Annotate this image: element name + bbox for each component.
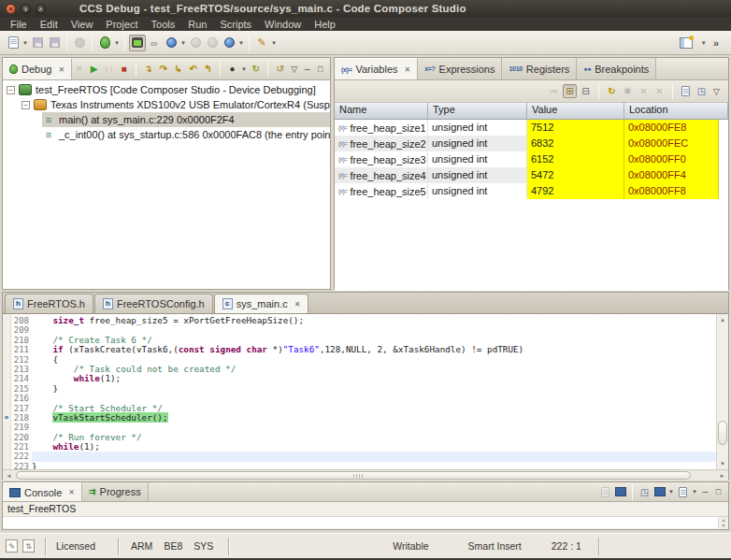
- code-line[interactable]: [32, 452, 728, 461]
- variable-location-cell[interactable]: 0x08000FEC: [624, 136, 719, 151]
- perspective-overflow-icon[interactable]: »: [713, 37, 719, 49]
- close-window-icon[interactable]: ✕: [6, 4, 16, 14]
- column-header-value[interactable]: Value: [527, 103, 624, 120]
- debug-tree-node[interactable]: ≡_c_int00() at sys_startup.c:586 0x0000F…: [42, 127, 330, 142]
- new-wizard-icon[interactable]: [5, 35, 22, 51]
- hw-breakpoint-icon[interactable]: [187, 35, 204, 51]
- console-scrollbar[interactable]: ▴▾: [718, 517, 728, 528]
- pin-console-icon[interactable]: ◳: [638, 485, 652, 499]
- debug-launch-icon[interactable]: [96, 35, 113, 51]
- variable-name-cell[interactable]: (x)=free_heap_size3: [335, 151, 428, 167]
- refresh-variables-icon[interactable]: ↻: [605, 84, 619, 98]
- highlight-dropdown-icon[interactable]: ▾: [270, 39, 278, 47]
- display-selected-console-icon[interactable]: [652, 485, 666, 499]
- variable-type-cell[interactable]: unsigned int: [428, 183, 527, 199]
- minimize-console-icon[interactable]: ─: [699, 487, 711, 496]
- export-variables-icon[interactable]: ◳: [695, 84, 709, 98]
- cache-dropdown-icon[interactable]: ▾: [179, 39, 187, 47]
- new-expression-icon[interactable]: [679, 84, 693, 98]
- variables-view-menu-icon[interactable]: ▽: [710, 87, 723, 96]
- resume-icon[interactable]: ▶: [87, 62, 101, 76]
- variable-location-cell[interactable]: 0x08000FF4: [624, 167, 719, 183]
- variable-name-cell[interactable]: (x)=free_heap_size1: [335, 120, 428, 136]
- remove-terminated-icon[interactable]: ✕: [72, 62, 86, 76]
- build-icon[interactable]: [71, 35, 88, 51]
- horizontal-scroll-handle[interactable]: [16, 471, 691, 480]
- open-console-dropdown-icon[interactable]: ▾: [691, 488, 698, 495]
- restart-dropdown-icon[interactable]: ▾: [240, 65, 248, 73]
- code-line[interactable]: /* Task could not be created */: [32, 365, 728, 374]
- variable-location-cell[interactable]: 0x08000FF8: [624, 183, 719, 199]
- horizontal-scrollbar[interactable]: ◂ ▸: [3, 469, 728, 481]
- halt-on-reset-icon[interactable]: [221, 35, 237, 51]
- close-editor-tab-icon[interactable]: ✕: [294, 300, 301, 309]
- tree-expander-icon[interactable]: −: [22, 101, 30, 109]
- save-icon[interactable]: [29, 35, 46, 51]
- table-row[interactable]: (x)=free_heap_size5unsigned int47920x080…: [335, 183, 728, 199]
- halt-dropdown-icon[interactable]: ▾: [237, 39, 245, 47]
- new-wizard-dropdown-icon[interactable]: ▾: [22, 39, 29, 47]
- maximize-debug-icon[interactable]: □: [314, 65, 326, 74]
- connect-target-icon[interactable]: [129, 35, 146, 51]
- minimize-window-icon[interactable]: ∨: [21, 4, 31, 14]
- assembly-step-into-icon[interactable]: ↳: [171, 62, 185, 76]
- clear-console-icon[interactable]: [598, 485, 612, 499]
- menu-help[interactable]: Help: [308, 19, 342, 30]
- tab-breakpoints[interactable]: ●●Breakpoints: [577, 58, 656, 79]
- code-line[interactable]: }: [32, 462, 728, 469]
- tab-variables[interactable]: (x)=Variables✕: [335, 58, 418, 79]
- step-into-icon[interactable]: ↴: [141, 62, 155, 76]
- assembly-step-over-icon[interactable]: ↶: [186, 62, 200, 76]
- line-number-ruler[interactable]: 2082092102112122132142152162172182192202…: [11, 314, 32, 469]
- tab-console[interactable]: Console✕: [3, 482, 82, 501]
- save-all-icon[interactable]: [46, 35, 63, 51]
- close-variables-tab-icon[interactable]: ✕: [405, 65, 411, 74]
- terminate-icon[interactable]: ■: [117, 62, 131, 76]
- debug-tree-node[interactable]: ≡main() at sys_main.c:229 0x0000F2F4: [42, 112, 330, 127]
- menu-project[interactable]: Project: [99, 19, 144, 30]
- debug-view-menu-icon[interactable]: ▽: [288, 65, 300, 74]
- tab-debug[interactable]: Debug ✕: [3, 58, 72, 79]
- code-lines[interactable]: size_t free_heap_size5 = xPortGetFreeHea…: [32, 314, 728, 469]
- scroll-down-icon[interactable]: ▾: [717, 458, 728, 469]
- editor-tab-freertosconfig-h[interactable]: hFreeRTOSConfig.h: [94, 294, 213, 313]
- suspend-icon[interactable]: ❘❘: [102, 62, 116, 76]
- close-console-tab-icon[interactable]: ✕: [68, 488, 75, 496]
- code-line[interactable]: while(1);: [32, 442, 728, 452]
- hw-watchpoint-icon[interactable]: [204, 35, 221, 51]
- table-row[interactable]: (x)=free_heap_size3unsigned int61520x080…: [335, 151, 728, 167]
- variable-location-cell[interactable]: 0x08000FE8: [624, 120, 719, 136]
- scroll-left-icon[interactable]: ◂: [3, 470, 15, 481]
- maximize-window-icon[interactable]: ∧: [36, 4, 46, 14]
- table-row[interactable]: (x)=free_heap_size2unsigned int68320x080…: [335, 136, 728, 151]
- menu-edit[interactable]: Edit: [34, 19, 64, 30]
- variable-type-cell[interactable]: unsigned int: [428, 136, 527, 151]
- tab-progress[interactable]: ⇉Progress: [82, 482, 149, 501]
- scroll-right-icon[interactable]: ▸: [716, 470, 728, 481]
- close-debug-tab-icon[interactable]: ✕: [58, 65, 64, 74]
- derive-pointer-icon[interactable]: ✱: [621, 84, 635, 98]
- editor-tab-freertos-h[interactable]: hFreeRTOS.h: [5, 294, 93, 313]
- variable-value-cell[interactable]: 6832: [527, 136, 624, 151]
- breakpoint-icon[interactable]: »: [3, 413, 10, 423]
- restart-icon[interactable]: ●: [225, 62, 239, 76]
- editor-state-icon[interactable]: ✎: [6, 539, 18, 553]
- sync-cores-icon[interactable]: ↺: [273, 62, 287, 76]
- variable-type-cell[interactable]: unsigned int: [428, 151, 527, 167]
- maximize-console-icon[interactable]: □: [712, 487, 724, 496]
- refresh-icon[interactable]: ↻: [249, 62, 263, 76]
- console-output[interactable]: ▴▾: [3, 516, 728, 528]
- minimize-debug-icon[interactable]: ─: [301, 65, 313, 74]
- code-line[interactable]: size_t free_heap_size5 = xPortGetFreeHea…: [32, 316, 728, 325]
- variable-type-cell[interactable]: unsigned int: [428, 120, 527, 136]
- column-header-location[interactable]: Location: [624, 103, 728, 120]
- vertical-scroll-handle[interactable]: [718, 421, 727, 445]
- variable-value-cell[interactable]: 6152: [527, 151, 624, 167]
- variable-name-cell[interactable]: (x)=free_heap_size2: [335, 136, 428, 151]
- table-row[interactable]: (x)=free_heap_size4unsigned int54720x080…: [335, 167, 728, 183]
- vertical-scrollbar[interactable]: ▴ ▾: [716, 314, 728, 469]
- debug-tree-node[interactable]: −Texas Instruments XDS100v2 USB Emulator…: [22, 97, 330, 112]
- cache-icon[interactable]: [163, 35, 179, 51]
- tab-registers[interactable]: 1010Registers: [502, 58, 577, 79]
- menu-window[interactable]: Window: [258, 19, 308, 30]
